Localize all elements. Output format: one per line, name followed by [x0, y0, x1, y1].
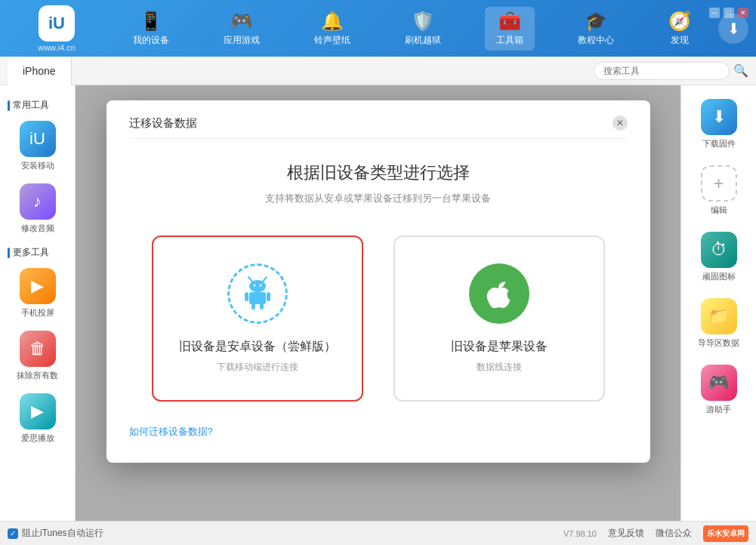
apps-games-label: 应用游戏 — [224, 34, 260, 47]
modal-overlay: 迁移设备数据 ✕ 根据旧设备类型进行选择 支持将数据从安卓或苹果设备迁移到另一台… — [76, 85, 680, 521]
right-item-game-helper[interactable]: 🎮 游助手 — [681, 359, 756, 421]
install-app-label: 安装移动 — [21, 160, 54, 171]
window-controls: ─ □ ✕ — [709, 8, 748, 18]
svg-line-0 — [248, 277, 252, 282]
modify-media-icon: ♪ — [20, 183, 56, 220]
modal-main-title: 根据旧设备类型进行选择 — [129, 162, 628, 184]
apple-logo-icon — [481, 276, 517, 312]
download-firmware-label: 下载固件 — [702, 138, 736, 149]
screen-mirror-label: 手机投屏 — [21, 307, 54, 319]
ringtones-icon: 🔔 — [321, 11, 344, 32]
itunes-label: 阻止iTunes自动运行 — [22, 527, 103, 540]
toolbox-icon: 🧰 — [498, 11, 521, 32]
itunes-auto-run-check[interactable]: ✓ 阻止iTunes自动运行 — [8, 527, 103, 540]
top-navigation: iU www.i4.cn 📱 我的设备 🎮 应用游戏 🔔 铃声壁纸 🛡️ 刷机越… — [0, 0, 756, 57]
game-helper-label: 游助手 — [706, 404, 731, 415]
toolbox-label: 工具箱 — [496, 34, 523, 47]
android-option-subtitle: 下载移动端进行连接 — [217, 361, 298, 374]
import-export-icon: 📁 — [701, 298, 737, 334]
apple-device-option[interactable]: 旧设备是苹果设备 数据线连接 — [393, 236, 605, 402]
nav-item-jailbreak[interactable]: 🛡️ 刷机越狱 — [393, 7, 452, 51]
wechat-link[interactable]: 微信公众 — [656, 527, 692, 540]
screen-mirror-icon: ▶ — [20, 268, 56, 304]
close-button[interactable]: ✕ — [738, 8, 748, 18]
content-area: 迁移设备数据 ✕ 根据旧设备类型进行选择 支持将数据从安卓或苹果设备迁移到另一台… — [76, 85, 680, 521]
modal-desc: 支持将数据从安卓或苹果设备迁移到另一台苹果设备 — [129, 192, 628, 205]
main-area: 常用工具 iU 安装移动 ♪ 修改音频 更多工具 ▶ 手机投屏 🗑 抹除所有数 … — [0, 85, 756, 521]
search-icon[interactable]: 🔍 — [733, 63, 748, 78]
my-device-icon: 📱 — [140, 11, 162, 32]
discover-label: 发现 — [671, 34, 689, 47]
common-tools-title: 常用工具 — [0, 93, 75, 115]
music-player-icon: ▶ — [20, 393, 56, 430]
svg-rect-8 — [251, 303, 255, 309]
apps-games-icon: 🎮 — [230, 11, 253, 32]
music-player-label: 爱思播放 — [21, 433, 54, 444]
erase-data-label: 抹除所有数 — [17, 370, 58, 381]
modal-subtitle: 根据旧设备类型进行选择 支持将数据从安卓或苹果设备迁移到另一台苹果设备 — [129, 162, 628, 205]
ringtones-label: 铃声壁纸 — [314, 34, 350, 47]
android-device-option[interactable]: 旧设备是安卓设备（尝鲜版） 下载移动端进行连接 — [152, 236, 363, 402]
svg-rect-7 — [267, 292, 270, 301]
download-firmware-icon: ⬇ — [701, 99, 737, 135]
tutorial-label: 教程中心 — [578, 34, 614, 47]
logo-url: www.i4.cn — [38, 43, 76, 52]
right-item-download-firmware[interactable]: ⬇ 下载固件 — [681, 93, 756, 155]
modify-media-label: 修改音频 — [21, 223, 54, 234]
nav-item-toolbox[interactable]: 🧰 工具箱 — [485, 7, 535, 51]
right-item-stubborn-icon[interactable]: ⏱ 顽固图标 — [681, 226, 756, 288]
right-sidebar: ⬇ 下载固件 + 编辑 ⏱ 顽固图标 📁 导导区数据 🎮 游助手 — [680, 85, 756, 521]
nav-item-ringtones[interactable]: 🔔 铃声壁纸 — [303, 7, 362, 51]
svg-line-1 — [263, 277, 267, 282]
erase-data-icon: 🗑 — [20, 331, 56, 367]
svg-rect-6 — [245, 292, 248, 301]
search-input[interactable] — [594, 62, 730, 80]
svg-rect-5 — [249, 292, 266, 304]
add-label: 编辑 — [711, 205, 727, 216]
android-robot-icon — [239, 276, 276, 312]
device-tab-iphone[interactable]: iPhone — [8, 57, 72, 85]
device-options: 旧设备是安卓设备（尝鲜版） 下载移动端进行连接 旧设备是苹果设备 — [129, 236, 628, 402]
discover-icon: 🧭 — [668, 11, 691, 32]
import-export-label: 导导区数据 — [698, 337, 739, 349]
android-option-title: 旧设备是安卓设备（尝鲜版） — [179, 339, 336, 355]
bottom-bar: ✓ 阻止iTunes自动运行 V7.98.10 意见反馈 微信公众 乐水安卓网 — [0, 521, 756, 545]
nav-item-apps-games[interactable]: 🎮 应用游戏 — [212, 7, 271, 51]
migrate-help-link[interactable]: 如何迁移设备数据? — [129, 426, 213, 437]
bottom-right-area: V7.98.10 意见反馈 微信公众 乐水安卓网 — [563, 525, 748, 542]
right-item-add[interactable]: + 编辑 — [681, 159, 756, 222]
sidebar-item-modify-media[interactable]: ♪ 修改音频 — [0, 177, 75, 240]
svg-point-3 — [253, 285, 255, 287]
android-icon-wrapper — [227, 263, 288, 324]
feedback-link[interactable]: 意见反馈 — [608, 527, 644, 540]
apple-option-title: 旧设备是苹果设备 — [451, 339, 548, 355]
brand-logo-text: 乐水安卓网 — [707, 528, 745, 539]
app-logo: iU www.i4.cn — [8, 5, 106, 52]
sidebar-item-install-app[interactable]: iU 安装移动 — [0, 115, 75, 177]
nav-item-my-device[interactable]: 📱 我的设备 — [122, 7, 181, 51]
sidebar-item-screen-mirror[interactable]: ▶ 手机投屏 — [0, 262, 75, 325]
sidebar-item-erase-data[interactable]: 🗑 抹除所有数 — [0, 325, 75, 387]
modal-footer: 如何迁移设备数据? — [129, 424, 628, 439]
modal-header: 迁移设备数据 ✕ — [129, 115, 628, 139]
jailbreak-label: 刷机越狱 — [405, 34, 441, 47]
add-button[interactable]: + — [701, 165, 737, 202]
left-sidebar: 常用工具 iU 安装移动 ♪ 修改音频 更多工具 ▶ 手机投屏 🗑 抹除所有数 … — [0, 85, 76, 521]
itunes-checkbox[interactable]: ✓ — [8, 528, 18, 539]
my-device-label: 我的设备 — [133, 34, 169, 47]
stubborn-icon-icon: ⏱ — [701, 232, 737, 268]
nav-item-discover[interactable]: 🧭 发现 — [657, 7, 702, 51]
right-item-import-export[interactable]: 📁 导导区数据 — [681, 292, 756, 355]
version-text: V7.98.10 — [563, 529, 597, 538]
svg-rect-9 — [260, 303, 264, 309]
brand-logo: 乐水安卓网 — [703, 525, 748, 542]
modal-close-button[interactable]: ✕ — [613, 115, 628, 131]
nav-item-tutorial[interactable]: 🎓 教程中心 — [566, 7, 625, 51]
sidebar-item-music-player[interactable]: ▶ 爱思播放 — [0, 387, 75, 450]
game-helper-icon: 🎮 — [701, 365, 737, 401]
maximize-button[interactable]: □ — [724, 8, 734, 18]
svg-point-2 — [249, 280, 266, 292]
nav-menu: 📱 我的设备 🎮 应用游戏 🔔 铃声壁纸 🛡️ 刷机越狱 🧰 工具箱 🎓 教程中… — [106, 7, 718, 51]
svg-point-4 — [259, 285, 261, 287]
minimize-button[interactable]: ─ — [709, 8, 720, 18]
